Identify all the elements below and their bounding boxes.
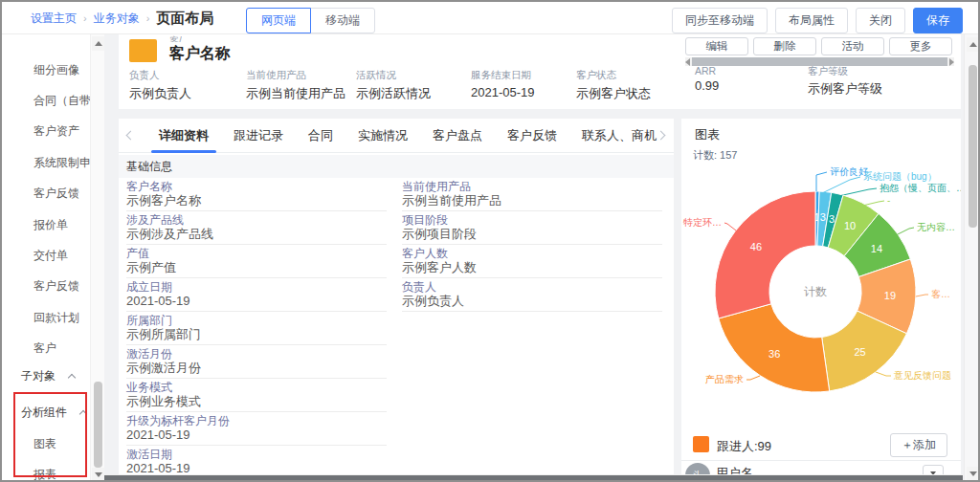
record-action-button[interactable]: 活动 <box>821 37 884 55</box>
sidebar-item[interactable]: 交付单 <box>2 240 90 271</box>
sidebar-item[interactable]: 系统限制申请明细 <box>2 147 90 178</box>
tabs-next-icon[interactable] <box>657 132 664 139</box>
layout-properties-button[interactable]: 布局属性 <box>775 8 848 33</box>
form-field-label: 成立日期 <box>126 280 387 294</box>
sidebar-item[interactable]: 客户反馈 <box>2 272 90 302</box>
form-field[interactable]: 负责人示例负责人 <box>402 280 662 314</box>
label-leader-line <box>724 223 736 230</box>
form-field-value: 示例项目阶段 <box>402 227 662 245</box>
scroll-up-icon[interactable] <box>92 36 104 51</box>
sidebar-list: 细分画像合同（自带）客户资产系统限制申请明细客户反馈报价单交付单客户反馈回款计划… <box>2 55 90 482</box>
form-field[interactable]: 成立日期2021-05-19 <box>126 280 387 314</box>
tab-3[interactable]: 合同 <box>308 119 333 153</box>
sidebar-subitem[interactable]: 报表 <box>2 464 90 482</box>
sidebar-item[interactable]: 回款计划 <box>2 302 90 333</box>
header-field-label: 活跃情况 <box>356 69 431 82</box>
tab-7[interactable]: 联系人、商机 <box>582 119 657 153</box>
header-field-label: 客户等级 <box>808 65 882 78</box>
view-toggle: 网页端 移动端 <box>246 8 375 33</box>
slice-callout-label: 无内容… <box>917 222 955 232</box>
save-button[interactable]: 保存 <box>913 8 963 33</box>
header-extra-field: ARR0.99 <box>695 65 719 93</box>
form-column-right: 当前使用产品示例当前使用产品项目阶段示例项目阶段客户人数示例客户人数负责人示例负… <box>402 180 662 314</box>
toggle-web-button[interactable]: 网页端 <box>246 8 311 33</box>
form-field-value: 2021-05-19 <box>126 427 387 446</box>
horizontal-scrollbar-thumb[interactable] <box>104 475 963 482</box>
scroll-down-icon[interactable] <box>92 468 104 482</box>
sidebar: 细分画像合同（自带）客户资产系统限制申请明细客户反馈报价单交付单客户反馈回款计划… <box>2 34 104 482</box>
sidebar-item[interactable]: 客户 <box>2 334 90 364</box>
chart-title: 图表 <box>695 126 720 143</box>
page-layout-editor: 设置主页›业务对象›页面布局 网页端 移动端 同步至移动端 布局属性 关闭 保存… <box>0 0 980 482</box>
label-leader-line <box>916 295 928 296</box>
sync-to-mobile-button[interactable]: 同步至移动端 <box>672 8 768 33</box>
form-field[interactable]: 业务模式示例业务模式 <box>126 381 387 414</box>
form-field[interactable]: 激活月份示例激活月份 <box>126 347 387 381</box>
sidebar-item[interactable]: 细分画像 <box>2 55 90 85</box>
form-field[interactable]: 客户人数示例客户人数 <box>402 247 662 280</box>
tabs-row: 详细资料跟进记录合同实施情况客户盘点客户反馈联系人、商机 <box>119 119 674 153</box>
form-field-value: 示例业务模式 <box>126 394 387 412</box>
form-field[interactable]: 客户名称示例客户名称 <box>126 180 387 213</box>
form-field[interactable]: 产值示例产值 <box>126 247 387 280</box>
slice-callout-label: 客… <box>931 289 950 299</box>
tab-6[interactable]: 客户反馈 <box>507 119 557 153</box>
add-follower-button[interactable]: ＋添加 <box>890 433 947 457</box>
sidebar-item[interactable]: 客户反馈 <box>2 179 90 209</box>
tab-4[interactable]: 实施情况 <box>358 119 408 153</box>
vertical-scrollbar[interactable] <box>964 34 980 482</box>
form-field-label: 所属部门 <box>126 314 387 327</box>
breadcrumb-item[interactable]: 设置主页 <box>31 11 77 27</box>
header-field-label: 客户状态 <box>576 69 651 82</box>
form-field-label: 负责人 <box>402 280 662 294</box>
section-header: 基础信息 <box>119 155 674 178</box>
tabs-prev-icon[interactable] <box>126 132 134 139</box>
sidebar-item[interactable]: 报价单 <box>2 209 90 240</box>
sidebar-item[interactable]: 合同（自带） <box>2 85 90 116</box>
scroll-down-icon[interactable] <box>967 467 979 481</box>
label-leader-line <box>822 177 860 193</box>
record-action-button[interactable]: 更多 <box>889 37 952 55</box>
scroll-up-icon[interactable] <box>967 37 979 52</box>
record-action-button[interactable]: 编辑 <box>685 37 748 55</box>
breadcrumb-separator-icon: › <box>83 12 87 24</box>
chevron-up-icon <box>79 410 87 418</box>
sidebar-item[interactable]: 客户资产 <box>2 117 90 147</box>
header-field-label: ARR <box>695 65 719 77</box>
form-field[interactable]: 当前使用产品示例当前使用产品 <box>402 180 662 213</box>
breadcrumb-item[interactable]: 业务对象 <box>94 11 140 27</box>
scroll-left-icon[interactable] <box>685 58 690 66</box>
sidebar-subitem[interactable]: 图表 <box>2 433 90 456</box>
form-field[interactable]: 所属部门示例所属部门 <box>126 314 387 347</box>
record-action-button[interactable]: 删除 <box>753 37 816 55</box>
form-field[interactable]: 涉及产品线示例涉及产品线 <box>126 213 387 247</box>
header-action-buttons: 编辑删除活动更多 <box>685 37 952 55</box>
tab-2[interactable]: 跟进记录 <box>234 119 283 153</box>
form-field[interactable]: 升级为标杆客户月份2021-05-19 <box>126 414 387 448</box>
toggle-mobile-button[interactable]: 移动端 <box>310 8 375 33</box>
vertical-scrollbar-thumb[interactable] <box>969 65 977 228</box>
tab-5[interactable]: 客户盘点 <box>433 119 482 153</box>
slice-callout-label: 意见反馈问题 <box>893 370 951 381</box>
header-field-value: 示例客户等级 <box>808 80 882 98</box>
horizontal-scrollbar[interactable] <box>104 474 963 482</box>
label-leader-line <box>835 188 877 197</box>
form-field[interactable]: 项目阶段示例项目阶段 <box>402 213 662 247</box>
slice-callout-label: 抱怨（慢、页面、… <box>880 183 961 193</box>
clipped-label: 客/ <box>169 34 182 42</box>
form-field-label: 产值 <box>126 247 387 260</box>
sidebar-scrollbar-thumb[interactable] <box>94 382 102 468</box>
sidebar-scrollbar[interactable] <box>90 34 104 482</box>
scroll-right-icon[interactable] <box>949 58 954 66</box>
close-button[interactable]: 关闭 <box>856 8 905 33</box>
chevron-up-icon <box>68 374 76 382</box>
record-header-card: 客/ 客户名称 负责人示例负责人当前使用产品示例当前使用产品活跃情况示例活跃情况… <box>119 34 961 109</box>
sidebar-group-sub-objects[interactable]: 子对象 <box>2 364 90 389</box>
sidebar-group-analysis[interactable]: 分析组件 <box>2 401 90 426</box>
slice-callout-label: 产品需求 <box>705 374 744 384</box>
slice-value-label: 25 <box>854 346 865 358</box>
header-field: 当前使用产品示例当前使用产品 <box>246 69 345 102</box>
pie-slice[interactable] <box>715 191 815 318</box>
tab-1[interactable]: 详细资料 <box>159 119 209 153</box>
breadcrumb-item: 页面布局 <box>156 10 213 28</box>
